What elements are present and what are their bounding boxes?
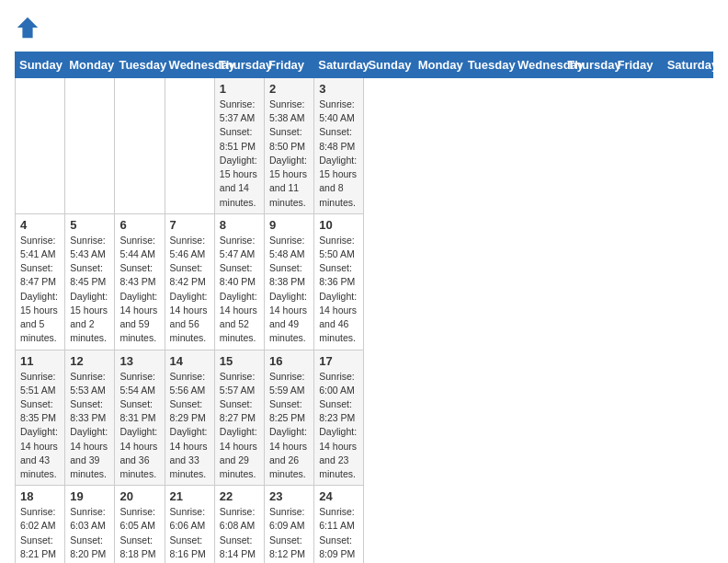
day-info: Sunrise: 6:06 AMSunset: 8:16 PMDaylight:… bbox=[170, 505, 210, 563]
day-cell: 20Sunrise: 6:05 AMSunset: 8:18 PMDayligh… bbox=[115, 486, 165, 563]
header-sunday: Sunday bbox=[16, 52, 65, 78]
day-number: 23 bbox=[269, 489, 309, 503]
day-info: Sunrise: 6:02 AMSunset: 8:21 PMDaylight:… bbox=[20, 505, 60, 563]
day-number: 17 bbox=[319, 354, 358, 368]
day-number: 7 bbox=[170, 218, 210, 232]
day-cell bbox=[65, 78, 115, 214]
calendar-table: SundayMondayTuesdayWednesdayThursdayFrid… bbox=[15, 52, 713, 563]
day-number: 6 bbox=[119, 218, 159, 232]
day-info: Sunrise: 6:09 AMSunset: 8:12 PMDaylight:… bbox=[269, 505, 309, 563]
day-info: Sunrise: 5:54 AMSunset: 8:31 PMDaylight:… bbox=[119, 370, 159, 482]
day-cell bbox=[16, 78, 65, 214]
day-info: Sunrise: 5:41 AMSunset: 8:47 PMDaylight:… bbox=[20, 234, 60, 346]
week-row-2: 4Sunrise: 5:41 AMSunset: 8:47 PMDaylight… bbox=[16, 213, 713, 350]
day-cell: 9Sunrise: 5:48 AMSunset: 8:38 PMDaylight… bbox=[265, 213, 314, 350]
header-wednesday: Wednesday bbox=[514, 52, 563, 78]
day-info: Sunrise: 5:57 AMSunset: 8:27 PMDaylight:… bbox=[220, 370, 259, 482]
day-cell: 10Sunrise: 5:50 AMSunset: 8:36 PMDayligh… bbox=[314, 213, 364, 350]
day-cell: 6Sunrise: 5:44 AMSunset: 8:43 PMDaylight… bbox=[115, 213, 165, 350]
header-saturday: Saturday bbox=[314, 52, 364, 78]
day-cell: 24Sunrise: 6:11 AMSunset: 8:09 PMDayligh… bbox=[314, 486, 364, 563]
day-number: 24 bbox=[319, 489, 358, 503]
day-cell: 14Sunrise: 5:56 AMSunset: 8:29 PMDayligh… bbox=[165, 350, 214, 486]
day-cell: 2Sunrise: 5:38 AMSunset: 8:50 PMDaylight… bbox=[265, 78, 314, 214]
day-cell: 18Sunrise: 6:02 AMSunset: 8:21 PMDayligh… bbox=[16, 486, 65, 563]
day-number: 20 bbox=[119, 489, 159, 503]
day-number: 4 bbox=[20, 218, 60, 232]
day-number: 2 bbox=[269, 82, 309, 96]
header-wednesday: Wednesday bbox=[165, 52, 214, 78]
week-row-3: 11Sunrise: 5:51 AMSunset: 8:35 PMDayligh… bbox=[16, 350, 713, 486]
day-info: Sunrise: 5:38 AMSunset: 8:50 PMDaylight:… bbox=[269, 98, 309, 210]
day-info: Sunrise: 5:44 AMSunset: 8:43 PMDaylight:… bbox=[119, 234, 159, 346]
day-info: Sunrise: 6:00 AMSunset: 8:23 PMDaylight:… bbox=[319, 370, 358, 482]
day-number: 12 bbox=[70, 354, 109, 368]
header-monday: Monday bbox=[65, 52, 115, 78]
day-number: 3 bbox=[319, 82, 358, 96]
day-number: 19 bbox=[70, 489, 109, 503]
header-thursday: Thursday bbox=[214, 52, 264, 78]
day-info: Sunrise: 6:03 AMSunset: 8:20 PMDaylight:… bbox=[70, 505, 109, 563]
day-cell: 15Sunrise: 5:57 AMSunset: 8:27 PMDayligh… bbox=[214, 350, 264, 486]
day-number: 8 bbox=[220, 218, 259, 232]
day-number: 15 bbox=[220, 354, 259, 368]
day-info: Sunrise: 5:47 AMSunset: 8:40 PMDaylight:… bbox=[220, 234, 259, 346]
day-cell: 16Sunrise: 5:59 AMSunset: 8:25 PMDayligh… bbox=[265, 350, 314, 486]
day-cell bbox=[115, 78, 165, 214]
day-cell: 5Sunrise: 5:43 AMSunset: 8:45 PMDaylight… bbox=[65, 213, 115, 350]
day-number: 22 bbox=[220, 489, 259, 503]
day-cell: 21Sunrise: 6:06 AMSunset: 8:16 PMDayligh… bbox=[165, 486, 214, 563]
day-number: 21 bbox=[170, 489, 210, 503]
day-cell: 22Sunrise: 6:08 AMSunset: 8:14 PMDayligh… bbox=[214, 486, 264, 563]
day-number: 13 bbox=[119, 354, 159, 368]
day-number: 10 bbox=[319, 218, 358, 232]
day-number: 18 bbox=[20, 489, 60, 503]
svg-marker-0 bbox=[17, 17, 38, 38]
day-info: Sunrise: 5:51 AMSunset: 8:35 PMDaylight:… bbox=[20, 370, 60, 482]
week-row-4: 18Sunrise: 6:02 AMSunset: 8:21 PMDayligh… bbox=[16, 486, 713, 563]
day-cell: 8Sunrise: 5:47 AMSunset: 8:40 PMDaylight… bbox=[214, 213, 264, 350]
day-number: 1 bbox=[220, 82, 259, 96]
day-cell: 17Sunrise: 6:00 AMSunset: 8:23 PMDayligh… bbox=[314, 350, 364, 486]
header-saturday: Saturday bbox=[663, 52, 712, 78]
day-info: Sunrise: 5:37 AMSunset: 8:51 PMDaylight:… bbox=[220, 98, 259, 210]
header-sunday: Sunday bbox=[364, 52, 414, 78]
day-number: 5 bbox=[70, 218, 109, 232]
day-cell: 3Sunrise: 5:40 AMSunset: 8:48 PMDaylight… bbox=[314, 78, 364, 214]
day-info: Sunrise: 5:48 AMSunset: 8:38 PMDaylight:… bbox=[269, 234, 309, 346]
day-cell: 13Sunrise: 5:54 AMSunset: 8:31 PMDayligh… bbox=[115, 350, 165, 486]
day-info: Sunrise: 5:50 AMSunset: 8:36 PMDaylight:… bbox=[319, 234, 358, 346]
day-info: Sunrise: 5:43 AMSunset: 8:45 PMDaylight:… bbox=[70, 234, 109, 346]
day-cell bbox=[165, 78, 214, 214]
logo-icon bbox=[15, 15, 40, 40]
week-row-1: 1Sunrise: 5:37 AMSunset: 8:51 PMDaylight… bbox=[16, 78, 713, 214]
day-cell: 7Sunrise: 5:46 AMSunset: 8:42 PMDaylight… bbox=[165, 213, 214, 350]
day-info: Sunrise: 5:56 AMSunset: 8:29 PMDaylight:… bbox=[170, 370, 210, 482]
day-number: 14 bbox=[170, 354, 210, 368]
calendar-header-row: SundayMondayTuesdayWednesdayThursdayFrid… bbox=[16, 52, 713, 78]
day-info: Sunrise: 5:53 AMSunset: 8:33 PMDaylight:… bbox=[70, 370, 109, 482]
day-info: Sunrise: 6:11 AMSunset: 8:09 PMDaylight:… bbox=[319, 505, 358, 563]
header-thursday: Thursday bbox=[563, 52, 613, 78]
day-cell: 12Sunrise: 5:53 AMSunset: 8:33 PMDayligh… bbox=[65, 350, 115, 486]
day-number: 9 bbox=[269, 218, 309, 232]
day-info: Sunrise: 6:08 AMSunset: 8:14 PMDaylight:… bbox=[220, 505, 259, 563]
page-header bbox=[15, 15, 713, 40]
day-number: 16 bbox=[269, 354, 309, 368]
day-info: Sunrise: 5:59 AMSunset: 8:25 PMDaylight:… bbox=[269, 370, 309, 482]
day-cell: 1Sunrise: 5:37 AMSunset: 8:51 PMDaylight… bbox=[214, 78, 264, 214]
header-monday: Monday bbox=[414, 52, 463, 78]
header-tuesday: Tuesday bbox=[463, 52, 513, 78]
day-cell: 11Sunrise: 5:51 AMSunset: 8:35 PMDayligh… bbox=[16, 350, 65, 486]
header-friday: Friday bbox=[613, 52, 663, 78]
day-info: Sunrise: 5:46 AMSunset: 8:42 PMDaylight:… bbox=[170, 234, 210, 346]
day-number: 11 bbox=[20, 354, 60, 368]
day-cell: 4Sunrise: 5:41 AMSunset: 8:47 PMDaylight… bbox=[16, 213, 65, 350]
logo bbox=[15, 15, 44, 40]
header-friday: Friday bbox=[265, 52, 314, 78]
day-info: Sunrise: 6:05 AMSunset: 8:18 PMDaylight:… bbox=[119, 505, 159, 563]
header-tuesday: Tuesday bbox=[115, 52, 165, 78]
day-cell: 23Sunrise: 6:09 AMSunset: 8:12 PMDayligh… bbox=[265, 486, 314, 563]
day-info: Sunrise: 5:40 AMSunset: 8:48 PMDaylight:… bbox=[319, 98, 358, 210]
day-cell: 19Sunrise: 6:03 AMSunset: 8:20 PMDayligh… bbox=[65, 486, 115, 563]
